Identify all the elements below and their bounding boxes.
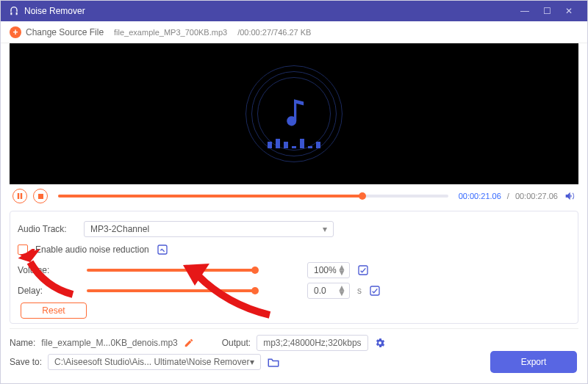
enable-noise-label: Enable audio noise reduction — [35, 244, 149, 255]
svg-rect-1 — [21, 193, 22, 199]
play-pause-button[interactable] — [12, 189, 27, 203]
open-folder-icon[interactable] — [267, 356, 280, 368]
preview-area — [10, 43, 578, 184]
pause-icon — [17, 193, 23, 199]
source-fileinfo: /00:00:27/746.27 KB — [237, 28, 311, 37]
audio-track-select[interactable]: MP3-2Channel ▾ — [84, 221, 334, 237]
output-format-box: mp3;2;48000Hz;320kbps — [257, 335, 368, 351]
output-value: mp3;2;48000Hz;320kbps — [263, 338, 361, 348]
svg-rect-0 — [18, 193, 19, 199]
volume-compare-icon[interactable] — [357, 264, 369, 276]
delay-slider[interactable] — [87, 289, 256, 292]
titlebar: Noise Remover — ☐ ✕ — [1, 1, 587, 21]
delay-spinner[interactable]: 0.0 ▲▼ — [307, 283, 350, 299]
audio-track-value: MP3-2Channel — [90, 224, 149, 234]
volume-value: 100% — [314, 265, 337, 275]
svg-rect-4 — [359, 266, 368, 275]
spin-down-icon[interactable]: ▼ — [337, 270, 346, 275]
settings-panel: Audio Track: MP3-2Channel ▾ Enable audio… — [10, 211, 578, 324]
chevron-down-icon: ▾ — [323, 224, 327, 234]
name-label: Name: — [10, 338, 35, 348]
save-to-select[interactable]: C:\Aiseesoft Studio\Ais... Ultimate\Nois… — [48, 354, 261, 370]
minimize-button[interactable]: — — [514, 6, 536, 16]
delay-value: 0.0 — [314, 286, 326, 296]
stop-button[interactable] — [33, 189, 48, 203]
plus-icon: + — [10, 26, 21, 38]
app-window: { "titlebar": { "title": "Noise Remover"… — [0, 0, 588, 384]
chevron-down-icon: ▾ — [250, 357, 254, 367]
enable-noise-checkbox[interactable] — [18, 244, 28, 255]
volume-label: Volume: — [18, 265, 76, 275]
app-logo-icon — [8, 5, 20, 17]
export-button[interactable]: Export — [490, 351, 577, 373]
time-current: 00:00:21.06 — [459, 192, 501, 200]
save-to-label: Save to: — [10, 357, 42, 367]
delay-unit: s — [357, 286, 362, 296]
reset-button[interactable]: Reset — [21, 303, 87, 319]
volume-icon[interactable] — [564, 190, 576, 202]
maximize-button[interactable]: ☐ — [536, 6, 558, 16]
volume-spinner[interactable]: 100% ▲▼ — [307, 262, 350, 278]
output-settings-icon[interactable] — [374, 337, 386, 349]
output-label: Output: — [222, 338, 251, 348]
spin-down-icon[interactable]: ▼ — [337, 291, 346, 296]
source-filename: file_example_MP3_700KB.mp3 — [114, 28, 227, 37]
volume-slider[interactable] — [87, 269, 256, 272]
app-title: Noise Remover — [24, 6, 514, 16]
audio-track-label: Audio Track: — [18, 224, 76, 234]
change-source-label: Change Source File — [26, 27, 104, 37]
time-total: 00:00:27.06 — [515, 192, 558, 200]
name-value: file_example_M...0KB_denois.mp3 — [41, 338, 177, 348]
save-to-value: C:\Aiseesoft Studio\Ais... Ultimate\Nois… — [54, 357, 249, 367]
playback-bar: 00:00:21.06/00:00:27.06 — [1, 184, 587, 208]
music-note-icon — [279, 97, 309, 131]
svg-rect-5 — [370, 286, 379, 295]
stop-icon — [38, 194, 43, 199]
time-sep: / — [507, 192, 509, 200]
close-button[interactable]: ✕ — [558, 6, 580, 16]
svg-rect-2 — [38, 194, 43, 199]
noise-settings-icon[interactable] — [157, 244, 168, 256]
delay-label: Delay: — [18, 286, 76, 296]
change-source-button[interactable]: + Change Source File — [10, 26, 104, 38]
seek-slider[interactable] — [58, 195, 448, 198]
source-bar: + Change Source File file_example_MP3_70… — [1, 21, 587, 43]
edit-name-icon[interactable] — [184, 338, 194, 348]
delay-compare-icon[interactable] — [369, 285, 381, 297]
equalizer-icon — [268, 139, 320, 148]
